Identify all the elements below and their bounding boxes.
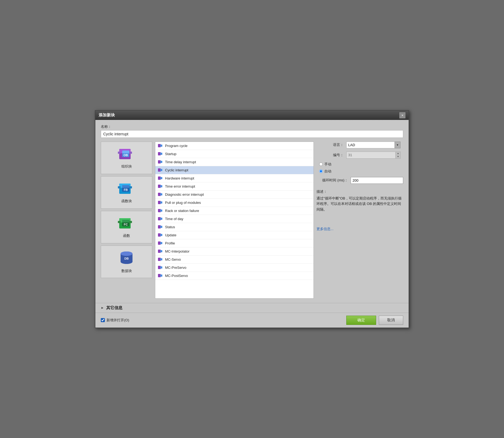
list-item-label: Profile	[165, 241, 175, 245]
list-item-label: Pull or plug of modules	[165, 201, 201, 205]
spin-up-button[interactable]: ▲	[396, 152, 400, 155]
svg-rect-10	[129, 186, 132, 188]
list-item-label: Diagnostic error interrupt	[165, 192, 204, 197]
language-dropdown-wrapper: LAD FBD STL SCL ▼	[346, 142, 400, 148]
list-icon	[158, 184, 163, 188]
svg-rect-53	[160, 250, 162, 252]
list-icon	[158, 160, 163, 164]
list-item-program-cycle[interactable]: Program cycle	[155, 142, 314, 150]
list-item-time-error[interactable]: Time error interrupt	[155, 182, 314, 191]
list-item-cyclic-interrupt[interactable]: Cyclic interrupt	[155, 166, 314, 174]
radio-manual-row: 手动	[319, 162, 403, 167]
svg-rect-51	[160, 242, 162, 244]
more-info-link[interactable]: 更多信息...	[316, 227, 403, 231]
ob-label: 组织块	[121, 164, 132, 169]
cycle-time-input[interactable]	[351, 177, 403, 184]
list-item-label: Time error interrupt	[165, 184, 195, 188]
fb-icon: FB	[118, 181, 135, 197]
list-icon	[158, 209, 163, 213]
list-icon	[158, 192, 163, 196]
svg-rect-59	[160, 274, 162, 277]
checkbox-row: 新增并打开(O)	[101, 318, 129, 323]
list-item-rack-failure[interactable]: Rack or station failure	[155, 207, 314, 215]
number-input	[346, 152, 396, 159]
other-info-label: 其它信息	[106, 305, 122, 310]
auto-radio[interactable]	[319, 169, 323, 173]
list-icon	[158, 176, 163, 180]
list-item-status[interactable]: Status	[155, 223, 314, 231]
close-button[interactable]: ×	[399, 112, 405, 118]
list-item-mc-servo[interactable]: MC-Servo	[155, 256, 314, 264]
ok-button[interactable]: 确定	[346, 316, 376, 325]
title-bar: 添加新块 ×	[95, 111, 409, 120]
list-icon	[158, 274, 163, 277]
list-item-time-delay[interactable]: Time delay interrupt	[155, 158, 314, 166]
number-input-wrapper: ▲ ▼	[346, 152, 400, 159]
list-item-mc-interpolator[interactable]: MC-Interpolator	[155, 247, 314, 256]
list-item-hardware-interrupt[interactable]: Hardware interrupt	[155, 174, 314, 182]
list-item-profile[interactable]: Profile	[155, 239, 314, 247]
list-icon	[158, 241, 163, 245]
list-item-label: Status	[165, 225, 175, 229]
svg-rect-43	[160, 210, 162, 212]
svg-point-23	[121, 260, 133, 264]
language-row: 语言： LAD FBD STL SCL ▼	[316, 142, 403, 148]
svg-rect-12	[122, 185, 129, 188]
list-icon	[158, 225, 163, 229]
svg-rect-55	[160, 258, 162, 260]
list-item-label: Time delay interrupt	[165, 160, 196, 164]
name-input[interactable]	[101, 130, 403, 138]
spin-down-button[interactable]: ▼	[396, 155, 400, 158]
add-block-dialog: 添加新块 × 名称：	[95, 110, 409, 328]
language-select[interactable]: LAD FBD STL SCL	[346, 142, 400, 148]
svg-text:FC: FC	[124, 223, 128, 226]
list-item-label: Hardware interrupt	[165, 176, 194, 180]
open-checkbox[interactable]	[101, 318, 105, 322]
list-item-mc-postservo[interactable]: MC-PostServo	[155, 272, 314, 280]
list-icon	[158, 152, 163, 156]
auto-radio-label: 自动	[324, 169, 331, 174]
other-info-section[interactable]: ► 其它信息	[95, 303, 409, 313]
footer-buttons: 确定 取消	[346, 316, 403, 325]
svg-rect-19	[122, 220, 129, 223]
cycle-time-label: 循环时间 (ms)：	[316, 178, 348, 183]
manual-radio[interactable]	[319, 162, 323, 166]
svg-rect-9	[118, 186, 121, 188]
cancel-button[interactable]: 取消	[379, 316, 403, 325]
dialog-body: 名称：	[95, 120, 409, 303]
list-icon	[158, 201, 163, 204]
block-item-fb[interactable]: FB 函数块	[101, 176, 152, 209]
db-label: 数据块	[121, 269, 132, 273]
svg-rect-31	[160, 161, 162, 163]
block-item-db[interactable]: DB 数据块	[101, 246, 152, 278]
block-item-ob[interactable]: OB 组织块	[101, 142, 152, 174]
spin-buttons: ▲ ▼	[396, 152, 401, 159]
list-item-label: Cyclic interrupt	[165, 168, 188, 172]
list-item-update[interactable]: Update	[155, 231, 314, 239]
svg-text:FB: FB	[124, 188, 128, 191]
ob-icon: OB	[118, 147, 135, 162]
list-item-pull-plug[interactable]: Pull or plug of modules	[155, 199, 314, 207]
list-icon	[158, 144, 163, 148]
description-label: 描述：	[316, 189, 403, 194]
fb-label: 函数块	[121, 199, 132, 204]
right-panel: 语言： LAD FBD STL SCL ▼ 编号：	[316, 142, 403, 299]
list-icon	[158, 257, 163, 261]
svg-rect-49	[160, 234, 162, 236]
list-item-time-of-day[interactable]: Time of day	[155, 215, 314, 223]
list-item-label: MC-PreServo	[165, 266, 186, 270]
number-label: 编号：	[316, 153, 344, 158]
svg-rect-29	[160, 153, 162, 155]
chevron-right-icon: ►	[101, 306, 104, 310]
list-item-startup[interactable]: Startup	[155, 150, 314, 158]
svg-rect-3	[129, 152, 132, 154]
list-item-mc-preservo[interactable]: MC-PreServo	[155, 264, 314, 272]
svg-rect-57	[160, 266, 162, 269]
description-text: 通过"循环中断"OB，可以定期启动程序，而无须执行循环程序。可以在本对话框或在该…	[316, 196, 403, 213]
block-item-fc[interactable]: FC 函数	[101, 211, 152, 243]
list-item-label: Time of day	[165, 217, 183, 221]
svg-rect-16	[118, 221, 121, 223]
svg-rect-47	[160, 226, 162, 228]
list-panel: Program cycle Startup Time delay interru…	[155, 142, 314, 299]
list-item-diagnostic-error[interactable]: Diagnostic error interrupt	[155, 191, 314, 199]
